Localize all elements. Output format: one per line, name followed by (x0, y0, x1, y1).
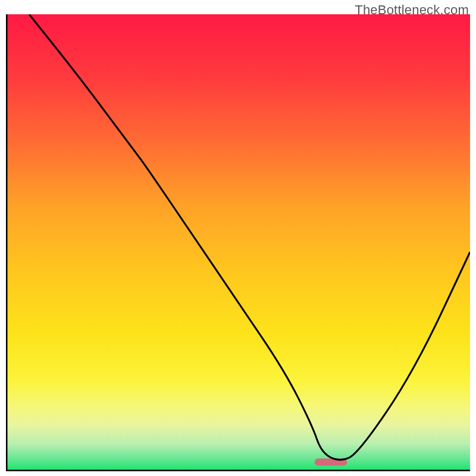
gradient-background (6, 14, 470, 471)
plot-area (6, 14, 470, 471)
chart-canvas: TheBottleneck.com (0, 0, 476, 476)
chart-svg (6, 14, 470, 471)
